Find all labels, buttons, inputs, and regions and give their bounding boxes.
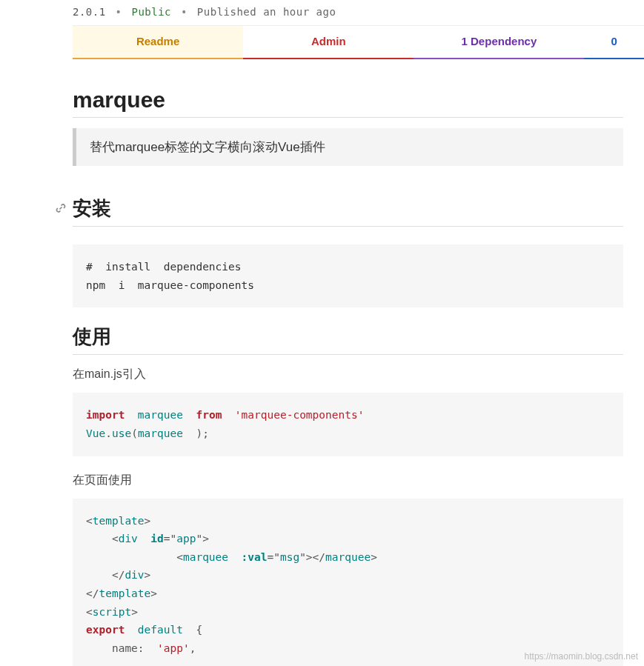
readme-content: marquee 替代marquee标签的文字横向滚动Vue插件 安装 # ins… (73, 59, 623, 666)
lt: < (86, 606, 93, 618)
q: " (170, 533, 177, 545)
tab-deps-label: 1 Dependency (462, 35, 537, 47)
readme-title: marquee (73, 87, 623, 118)
tag-div: div (119, 533, 138, 545)
lt-slash: </ (313, 551, 325, 563)
pad (86, 551, 176, 563)
gt: > (131, 606, 138, 618)
sp (228, 551, 241, 563)
lt-slash: </ (112, 569, 125, 581)
tag-template: template (93, 515, 145, 527)
tag-script: script (93, 606, 131, 618)
dot-separator: • (181, 6, 187, 18)
eq: = (164, 533, 170, 545)
kw-from: from (196, 409, 222, 421)
template-code: <template> <div id="app"> <marquee :val=… (73, 499, 623, 666)
lt-slash: </ (86, 587, 99, 599)
gt: > (202, 533, 209, 545)
gt: > (306, 551, 313, 563)
tab-count-label: 0 (611, 35, 617, 47)
tab-readme-label: Readme (136, 35, 179, 47)
val-app: 'app' (157, 642, 190, 654)
tab-dependencies[interactable]: 1 Dependency (414, 26, 584, 59)
lt: < (86, 515, 93, 527)
readme-quote: 替代marquee标签的文字横向滚动Vue插件 (73, 128, 623, 166)
pad (86, 642, 112, 654)
eq: = (267, 551, 273, 563)
kw-import: import (86, 409, 125, 421)
tab-admin[interactable]: Admin (243, 26, 414, 59)
import-code: import marquee from 'marquee-components'… (73, 393, 623, 456)
tag-div: div (125, 569, 144, 581)
kw-default: default (138, 624, 183, 636)
ident-marquee: marquee (138, 409, 183, 421)
usage-intro-1: 在main.js引入 (73, 367, 623, 382)
lt: < (176, 551, 183, 563)
tab-next-count[interactable]: 0 (584, 26, 644, 59)
tabs-row: Readme Admin 1 Dependency 0 (73, 25, 644, 59)
val-msg: msg (280, 551, 299, 563)
attr-val: :val (242, 551, 268, 563)
dot: . (105, 427, 112, 439)
sp (145, 642, 157, 654)
install-code: # install dependencies npm i marquee-com… (73, 244, 623, 307)
dot-separator: • (116, 6, 122, 18)
published-text: Published an hour ago (197, 6, 336, 18)
tag-marquee: marquee (325, 551, 371, 563)
tag-marquee: marquee (183, 551, 228, 563)
link-icon[interactable] (55, 202, 68, 215)
tab-readme[interactable]: Readme (73, 26, 243, 59)
package-meta: 2.0.1 • Public • Published an hour ago (73, 0, 644, 25)
val-app: app (176, 533, 196, 545)
ident-vue: Vue (86, 427, 105, 439)
gt: > (371, 551, 377, 563)
pad (86, 569, 112, 581)
pad (86, 533, 112, 545)
kw-export: export (86, 624, 125, 636)
paren-open: ( (131, 427, 138, 439)
tab-admin-label: Admin (311, 35, 346, 47)
paren-close: ); (196, 427, 208, 439)
gt: > (145, 515, 151, 527)
ident-use: use (112, 427, 131, 439)
arg-marquee: marquee (138, 427, 196, 439)
q: " (273, 551, 280, 563)
comma: , (190, 642, 196, 654)
sp (138, 533, 150, 545)
str-pkg: 'marquee-components' (235, 409, 365, 421)
version-text: 2.0.1 (73, 6, 106, 18)
brace: { (183, 624, 202, 636)
q: " (196, 533, 202, 545)
attr-id: id (150, 533, 163, 545)
usage-header: 使用 (73, 324, 623, 355)
prop-name: name: (112, 642, 145, 654)
install-header: 安装 (73, 196, 623, 227)
q: " (299, 551, 306, 563)
usage-intro-2: 在页面使用 (73, 473, 623, 488)
gt: > (150, 587, 157, 599)
gt: > (145, 569, 151, 581)
tag-template: template (99, 587, 150, 599)
visibility-text: Public (131, 6, 171, 18)
lt: < (112, 533, 119, 545)
